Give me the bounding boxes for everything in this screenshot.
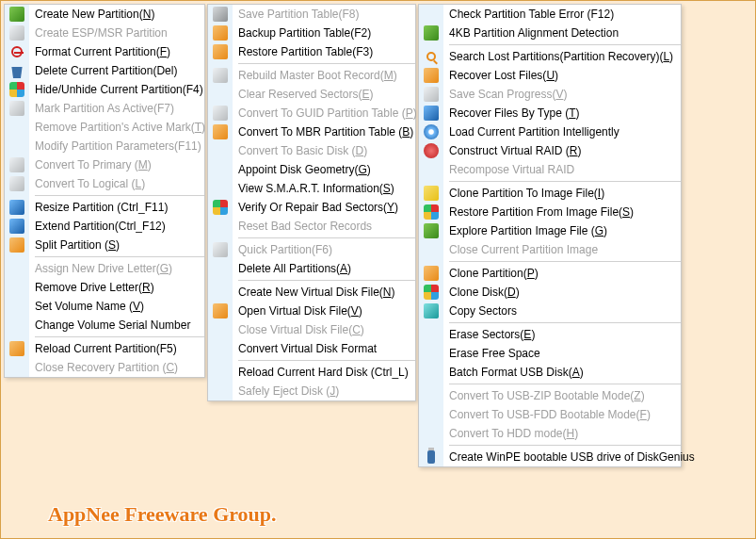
menu-item-label: Copy Sectors (443, 304, 517, 318)
menu-item-label: Convert To GUID Partition Table (P) (233, 106, 417, 120)
save-scan-progress-icon (424, 87, 439, 102)
clear-reserved-sectors: Clear Reserved Sectors(E) (208, 85, 415, 104)
menu-item-label: Recover Lost Files(U) (443, 69, 558, 82)
recover-lost-files-icon (424, 68, 439, 83)
verify-repair-bad-sectors[interactable]: Verify Or Repair Bad Sectors(Y) (208, 198, 415, 217)
verify-repair-bad-sectors-icon (213, 200, 228, 215)
assign-drive-letter: Assign New Drive Letter(G) (5, 259, 204, 278)
4kb-alignment-detection[interactable]: 4KB Partition Alignment Detection (419, 24, 681, 42)
explore-partition-image[interactable]: Explore Partition Image File (G) (419, 221, 681, 240)
delete-all-partitions[interactable]: Delete All Partitions(A) (208, 259, 415, 278)
menu-item-label: Recompose Virtual RAID (443, 163, 574, 176)
context-menu: Create New Partition(N)Create ESP/MSR Pa… (4, 4, 205, 378)
appoint-disk-geometry[interactable]: Appoint Disk Geometry(G) (208, 160, 415, 179)
restore-partition-table-icon (213, 44, 228, 59)
menu-item-label: Erase Free Space (443, 347, 540, 360)
delete-current-partition[interactable]: Delete Current Partition(Del) (5, 61, 204, 80)
load-partition-intelligently-icon (424, 124, 439, 139)
clone-disk-icon (424, 285, 439, 300)
copy-sectors-icon (424, 303, 439, 318)
menu-item-label: Reload Current Partition(F5) (29, 342, 177, 355)
backup-partition-table-icon (213, 25, 228, 41)
remove-active-mark: Remove Partition's Active Mark(T) (5, 118, 204, 137)
set-volume-name[interactable]: Set Volume Name (V) (5, 297, 204, 316)
menu-item-label: Check Partition Table Error (F12) (443, 8, 614, 21)
menu-item-label: Explore Partition Image File (G) (443, 224, 607, 237)
convert-to-mbr-icon (213, 124, 228, 139)
format-current-partition[interactable]: Format Current Partition(F) (5, 42, 204, 61)
menu-item-label: Convert To Primary (M) (29, 158, 152, 172)
delete-current-partition-icon (9, 63, 24, 78)
menu-item-label: Clone Partition(P) (443, 267, 539, 280)
menu-item-label: 4KB Partition Alignment Detection (443, 26, 619, 40)
menu-item-label: Appoint Disk Geometry(G) (233, 163, 371, 176)
convert-to-primary-icon (9, 157, 24, 172)
create-winpe-usb-icon (427, 450, 435, 464)
menu-item-label: Hide/Unhide Current Partition(F4) (29, 83, 203, 96)
remove-drive-letter[interactable]: Remove Drive Letter(R) (5, 278, 204, 297)
reload-current-partition[interactable]: Reload Current Partition(F5) (5, 339, 204, 358)
resize-partition-icon (9, 200, 24, 215)
clone-disk[interactable]: Clone Disk(D) (419, 283, 681, 302)
convert-to-guid-icon (213, 106, 228, 121)
resize-partition[interactable]: Resize Partition (Ctrl_F11) (5, 198, 204, 217)
convert-to-logical-icon (9, 176, 24, 191)
format-current-partition-icon (11, 46, 23, 57)
menu-item-label: Search Lost Partitions(Partition Recover… (443, 50, 673, 63)
load-partition-intelligently[interactable]: Load Current Partition Intelligently (419, 122, 681, 141)
convert-usb-fdd: Convert To USB-FDD Bootable Mode(F) (419, 405, 681, 424)
search-lost-partitions[interactable]: Search Lost Partitions(Partition Recover… (419, 47, 681, 66)
create-new-partition[interactable]: Create New Partition(N) (5, 5, 204, 24)
open-virtual-disk-icon (213, 303, 228, 318)
split-partition[interactable]: Split Partition (S) (5, 236, 204, 254)
menu-item-label: Format Current Partition(F) (29, 45, 170, 58)
menu-item-label: Resize Partition (Ctrl_F11) (29, 201, 168, 214)
restore-partition-from-image[interactable]: Restore Partition From Image File(S) (419, 203, 681, 221)
extend-partition[interactable]: Extend Partition(Ctrl_F12) (5, 217, 204, 236)
reload-current-hard-disk[interactable]: Reload Current Hard Disk (Ctrl_L) (208, 363, 415, 382)
menu-item-label: Remove Drive Letter(R) (29, 281, 154, 294)
clone-partition[interactable]: Clone Partition(P) (419, 264, 681, 283)
check-partition-table-error[interactable]: Check Partition Table Error (F12) (419, 5, 681, 24)
menu-item-label: Assign New Drive Letter(G) (29, 262, 172, 275)
menu-item-label: Convert To USB-FDD Bootable Mode(F) (443, 408, 651, 421)
convert-to-mbr[interactable]: Convert To MBR Partition Table (B) (208, 122, 415, 141)
restore-partition-from-image-icon (424, 204, 439, 220)
restore-partition-table[interactable]: Restore Partition Table(F3) (208, 42, 415, 61)
convert-to-guid: Convert To GUID Partition Table (P) (208, 104, 415, 122)
erase-sectors[interactable]: Erase Sectors(E) (419, 325, 681, 344)
copy-sectors[interactable]: Copy Sectors (419, 302, 681, 320)
4kb-alignment-detection-icon (424, 25, 439, 41)
create-virtual-disk[interactable]: Create New Virtual Disk File(N) (208, 283, 415, 302)
create-winpe-usb[interactable]: Create WinPE bootable USB drive of DiskG… (419, 448, 681, 466)
batch-format-usb[interactable]: Batch Format USB Disk(A) (419, 363, 681, 382)
recover-lost-files[interactable]: Recover Lost Files(U) (419, 66, 681, 85)
convert-virtual-disk-format[interactable]: Convert Virtual Disk Format (208, 339, 415, 358)
modify-partition-parameters: Modify Partition Parameters(F11) (5, 137, 204, 155)
menu-item-label: Mark Partition As Active(F7) (29, 102, 174, 115)
menu-item-label: Convert To USB-ZIP Bootable Mode(Z) (443, 389, 645, 402)
clone-partition-to-image[interactable]: Clone Partition To Image File(I) (419, 184, 681, 203)
create-esp-msr-partition: Create ESP/MSR Partition (5, 24, 204, 42)
erase-free-space[interactable]: Erase Free Space (419, 344, 681, 363)
construct-virtual-raid[interactable]: Construct Virtual RAID (R) (419, 141, 681, 160)
menu-item-label: Construct Virtual RAID (R) (443, 144, 582, 157)
menu-item-label: Create ESP/MSR Partition (29, 26, 168, 40)
backup-partition-table[interactable]: Backup Partition Table(F2) (208, 24, 415, 42)
menu-item-label: Restore Partition From Image File(S) (443, 205, 634, 219)
open-virtual-disk[interactable]: Open Virtual Disk File(V) (208, 302, 415, 320)
menu-item-label: Save Scan Progress(V) (443, 88, 567, 101)
convert-usb-zip: Convert To USB-ZIP Bootable Mode(Z) (419, 386, 681, 405)
reset-bad-sector-records: Reset Bad Sector Records (208, 217, 415, 236)
change-volume-serial[interactable]: Change Volume Serial Number (5, 316, 204, 335)
menu-item-label: Restore Partition Table(F3) (233, 45, 373, 58)
recover-files-by-type[interactable]: Recover Files By Type (T) (419, 104, 681, 122)
recompose-virtual-raid: Recompose Virtual RAID (419, 160, 681, 179)
menu-item-label: Open Virtual Disk File(V) (233, 304, 362, 318)
hide-unhide-partition[interactable]: Hide/Unhide Current Partition(F4) (5, 80, 204, 99)
clone-partition-icon (424, 266, 439, 281)
view-smart-info[interactable]: View S.M.A.R.T. Information(S) (208, 179, 415, 198)
menu-item-label: Create WinPE bootable USB drive of DiskG… (443, 450, 695, 464)
menu-item-label: Save Partition Table(F8) (233, 8, 360, 21)
close-partition-image: Close Current Partition Image (419, 240, 681, 259)
